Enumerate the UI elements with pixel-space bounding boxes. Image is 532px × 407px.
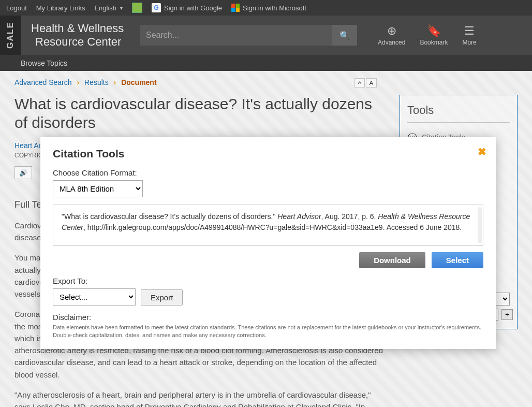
disclaimer-text: Data elements have been formatted to mee… — [53, 324, 483, 340]
modal-title: Citation Tools — [53, 148, 483, 160]
close-button[interactable]: ✖ — [478, 146, 486, 158]
scrollbar[interactable] — [478, 207, 482, 243]
citation-modal: ✖ Citation Tools Choose Citation Format:… — [40, 137, 496, 349]
citation-source: Heart Advisor — [277, 212, 321, 221]
citation-part: , Aug. 2017, p. 6. — [321, 212, 378, 221]
export-label: Export To: — [53, 277, 136, 285]
citation-text: "What is cardiovascular disease? It's ac… — [53, 205, 483, 246]
select-button[interactable]: Select — [432, 252, 483, 268]
citation-part: , http://link.galegroup.com/apps/doc/A49… — [83, 223, 462, 231]
download-button[interactable]: Download — [359, 252, 425, 268]
format-label: Choose Citation Format: — [53, 168, 483, 177]
export-select[interactable]: Select... — [53, 288, 136, 306]
export-button[interactable]: Export — [141, 289, 183, 306]
citation-format-select[interactable]: MLA 8th Edition — [53, 180, 143, 197]
citation-part: "What is cardiovascular disease? It's ac… — [62, 212, 277, 221]
disclaimer: Disclaimer: Data elements have been form… — [53, 313, 483, 340]
disclaimer-heading: Disclaimer: — [53, 313, 483, 322]
